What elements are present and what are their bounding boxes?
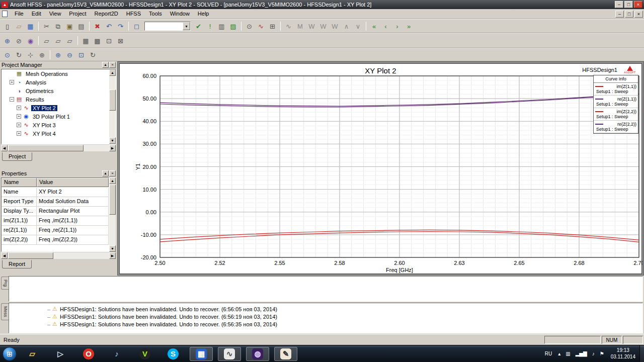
maximize-button[interactable]: □ — [624, 1, 633, 8]
matrix-data-icon[interactable]: ⊞ — [267, 21, 278, 32]
paste-icon[interactable]: ▣ — [64, 21, 75, 32]
tree-item-analysis[interactable]: + ◔ Analysis — [2, 78, 116, 86]
pan-view-icon[interactable]: ⊹ — [25, 49, 36, 60]
panel-collapse-icon[interactable]: ▴ — [102, 170, 109, 176]
legend-entry[interactable]: re(Z(1,1)) Setup1 : Sweep — [594, 96, 638, 108]
wave-down-icon[interactable]: ∨ — [352, 21, 364, 32]
delete-icon[interactable]: ✖ — [92, 21, 103, 32]
plane-xz-icon[interactable]: ▱ — [64, 35, 75, 46]
scroll-left-icon[interactable]: ◀ — [1, 252, 8, 259]
scroll-thumb[interactable] — [109, 185, 116, 215]
wave-w1-icon[interactable]: W — [306, 21, 317, 32]
wave-w2-icon[interactable]: W — [317, 21, 329, 32]
scroll-up-icon[interactable]: ▲ — [109, 69, 116, 76]
tree-item-3d-polar-plot-1[interactable]: + ◉ 3D Polar Plot 1 — [2, 112, 116, 121]
zoom-in-icon[interactable]: ⊕ — [52, 49, 64, 60]
local-cs-icon[interactable]: ⊡ — [103, 35, 115, 46]
tree-expander-icon[interactable]: + — [17, 131, 21, 136]
pc-status-icon[interactable]: ▥ — [563, 351, 573, 356]
solution-data-icon[interactable]: ▥ — [216, 21, 227, 32]
menu-item[interactable]: Report2D — [91, 9, 122, 19]
designer-icon[interactable]: ∿ — [218, 347, 241, 361]
new-icon[interactable]: ▯ — [2, 21, 13, 32]
analyze-all-icon[interactable]: ! — [204, 21, 216, 32]
undo-icon[interactable]: ↶ — [103, 21, 115, 32]
print-icon[interactable]: ▤ — [75, 21, 87, 32]
combo-dropdown-icon[interactable]: ▾ — [183, 22, 190, 30]
network-status-icon[interactable]: ▂▅▇ — [573, 351, 590, 356]
menu-item[interactable]: HFSS — [122, 9, 145, 19]
mesh-settings-icon[interactable]: ◉ — [25, 35, 36, 46]
save-icon[interactable]: ▦ — [25, 21, 36, 32]
wave-w3-icon[interactable]: W — [329, 21, 341, 32]
legend-entry[interactable]: im(Z(1,1)) Setup1 : Sweep — [594, 83, 638, 96]
video-chat-icon[interactable]: V — [133, 347, 156, 361]
child-close-button[interactable]: × — [634, 11, 643, 18]
close-button[interactable]: × — [634, 1, 642, 8]
boundary-icon[interactable]: ⊕ — [2, 35, 13, 46]
cut-icon[interactable]: ✂ — [41, 21, 52, 32]
paint-icon[interactable]: ✎ — [274, 347, 297, 361]
skype-icon[interactable]: S — [162, 347, 185, 361]
language-indicator[interactable]: RU — [541, 351, 555, 356]
next-frame-icon[interactable]: › — [391, 21, 403, 32]
panel-close-icon[interactable]: × — [109, 62, 116, 68]
start-button[interactable]: ⊞ — [3, 347, 17, 361]
minimize-button[interactable]: – — [615, 1, 623, 8]
excitation-icon[interactable]: ⊘ — [13, 35, 25, 46]
child-restore-button[interactable]: □ — [625, 11, 633, 18]
tree-item-results[interactable]: − ▤ Results — [2, 95, 116, 104]
volume-tray-icon[interactable]: ♪ — [590, 351, 597, 356]
zoom-report-icon[interactable]: ⊙ — [244, 21, 255, 32]
volume-mixer-icon[interactable]: ♪ — [105, 347, 128, 361]
wave-m1-icon[interactable]: M — [294, 21, 306, 32]
properties-vscrollbar[interactable]: ▲ ▼ — [109, 177, 116, 252]
validation-check-icon[interactable]: ✔ — [193, 21, 204, 32]
menu-item[interactable]: Edit — [28, 9, 45, 19]
open-icon[interactable]: ▱ — [13, 21, 25, 32]
project-tree-vscrollbar[interactable]: ▲ ▼ — [109, 69, 116, 144]
tree-item-optimetrics[interactable]: ◑ Optimetrics — [2, 86, 116, 95]
child-minimize-button[interactable]: – — [615, 11, 624, 18]
menu-item[interactable]: Project — [65, 9, 90, 19]
view-orient-icon[interactable]: ⊙ — [2, 49, 13, 60]
properties-hscrollbar[interactable]: ◀ ▶ — [1, 252, 116, 259]
create-report-icon[interactable]: ∿ — [255, 21, 267, 32]
column-header-value[interactable]: Value — [37, 178, 109, 187]
rotate-view-icon[interactable]: ↻ — [13, 49, 25, 60]
panel-close-icon[interactable]: × — [109, 170, 116, 176]
scroll-down-icon[interactable]: ▼ — [109, 245, 116, 252]
backup-tool-icon[interactable]: ▦ — [190, 347, 213, 361]
media-player-icon[interactable]: ▷ — [49, 347, 72, 361]
tree-expander-icon[interactable]: + — [10, 80, 14, 84]
first-frame-icon[interactable]: « — [368, 21, 380, 32]
tree-expander-icon[interactable]: − — [10, 97, 14, 102]
tab-progress[interactable]: Prg — [1, 277, 9, 290]
wave-up-icon[interactable]: ∧ — [341, 21, 352, 32]
menu-item[interactable]: Window — [166, 9, 194, 19]
explorer-icon[interactable]: ▱ — [21, 347, 44, 361]
fit-all-icon[interactable]: ⊡ — [75, 49, 87, 60]
panel-collapse-icon[interactable]: ▴ — [102, 62, 109, 68]
clock[interactable]: 19:13 03.11.2014 — [607, 347, 639, 360]
snap-icon[interactable]: ▩ — [92, 35, 103, 46]
grid-icon[interactable]: ▦ — [80, 35, 92, 46]
redo-icon[interactable]: ↷ — [115, 21, 126, 32]
copy-icon[interactable]: ⧉ — [52, 21, 64, 32]
menu-item[interactable]: File — [11, 9, 28, 19]
tree-item-mesh-operations[interactable]: ▦ Mesh Operations — [2, 69, 116, 78]
last-frame-icon[interactable]: » — [403, 21, 415, 32]
show-hidden-icons-button[interactable]: ▴ — [555, 351, 563, 356]
hfss-icon[interactable]: ◍ — [246, 347, 269, 361]
select-mode-icon[interactable]: ◻ — [131, 21, 142, 32]
legend-entry[interactable]: re(Z(2,2)) Setup1 : Sweep — [594, 121, 638, 133]
tree-expander-icon[interactable]: + — [17, 123, 21, 127]
scroll-up-icon[interactable]: ▲ — [109, 177, 116, 184]
plane-yz-icon[interactable]: ▱ — [52, 35, 64, 46]
prev-frame-icon[interactable]: ‹ — [380, 21, 391, 32]
tab-report[interactable]: Report — [2, 260, 32, 268]
scroll-thumb[interactable] — [8, 145, 84, 151]
menu-item[interactable]: View — [45, 9, 65, 19]
opera-icon[interactable]: O — [77, 347, 100, 361]
tree-expander-icon[interactable]: + — [17, 106, 21, 110]
